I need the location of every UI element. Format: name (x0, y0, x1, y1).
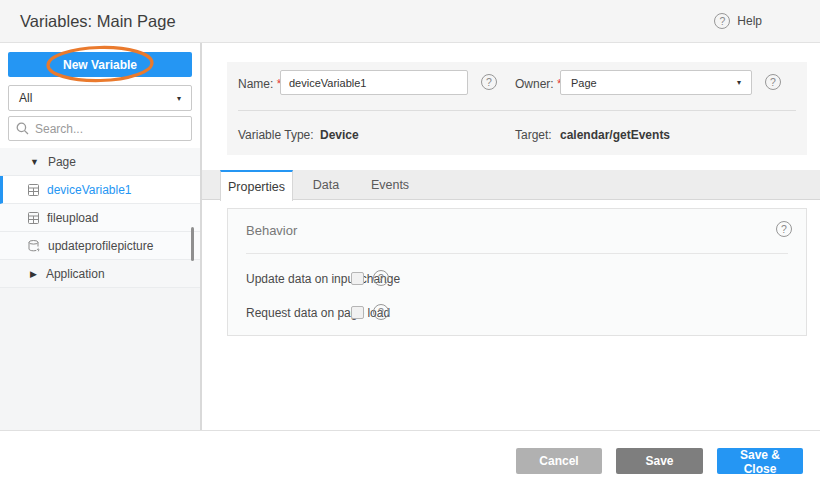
help-icon[interactable]: ? (714, 13, 730, 29)
tree-group-label: Application (46, 267, 105, 281)
tree-item-updateprofilepicture[interactable]: updateprofilepicture (0, 232, 200, 260)
target-label: Target: (515, 128, 552, 142)
tab-properties[interactable]: Properties (220, 170, 293, 201)
chevron-down-icon: ▾ (737, 78, 741, 87)
service-variable-icon (28, 240, 40, 252)
variable-filter-select[interactable]: All ▾ (8, 85, 192, 111)
update-data-checkbox[interactable] (351, 272, 364, 285)
variables-sidebar: New Variable All ▾ ▼ Page (0, 43, 202, 430)
cancel-button[interactable]: Cancel (516, 448, 602, 474)
variable-detail-panel: Name: * ? Owner: * Page ▾ ? Variable Typ… (202, 43, 820, 430)
behavior-help-icon[interactable]: ? (776, 221, 792, 237)
owner-selected-value: Page (571, 77, 597, 89)
dialog-footer: Cancel Save Save & Close (0, 430, 820, 486)
behavior-title: Behavior (246, 223, 297, 238)
sidebar-empty-area (0, 288, 200, 430)
owner-help-icon[interactable]: ? (765, 74, 781, 90)
variables-tree: ▼ Page deviceVariable1 (0, 148, 200, 288)
detail-tabs: Properties Data Events (202, 170, 820, 200)
caret-right-icon[interactable]: ▶ (30, 269, 37, 279)
search-input[interactable] (8, 116, 192, 141)
behavior-divider (246, 253, 788, 254)
save-and-close-button[interactable]: Save & Close (717, 448, 803, 474)
chevron-down-icon: ▾ (177, 94, 181, 103)
tree-group-page[interactable]: ▼ Page (0, 148, 200, 176)
request-data-help-icon[interactable]: ? (373, 304, 389, 320)
sidebar-scrollbar-thumb[interactable] (191, 227, 194, 261)
tree-item-label: deviceVariable1 (47, 183, 132, 197)
name-label: Name: * (238, 77, 281, 91)
tab-events[interactable]: Events (357, 170, 423, 200)
page-title: Variables: Main Page (20, 12, 176, 31)
variable-type-value: Device (320, 128, 359, 142)
behavior-row-request-data: Request data on page load ? (228, 303, 808, 323)
search-box (8, 116, 192, 141)
tree-item-label: fileupload (47, 211, 98, 225)
owner-select[interactable]: Page ▾ (560, 70, 752, 95)
filter-selected-value: All (19, 91, 32, 105)
device-variable-icon (28, 184, 39, 196)
device-variable-icon (28, 212, 39, 224)
variables-dialog: Variables: Main Page ? Help New Variable… (0, 0, 820, 486)
behavior-section: Behavior ? Update data on input change ?… (227, 208, 807, 336)
behavior-row-update-data: Update data on input change ? (228, 269, 808, 289)
help-label: Help (737, 14, 762, 28)
tree-item-label: updateprofilepicture (48, 239, 153, 253)
help-link[interactable]: ? Help (714, 13, 762, 29)
target-value: calendar/getEvents (560, 128, 670, 142)
variable-type-label: Variable Type: (238, 128, 314, 142)
request-data-label: Request data on page load (246, 306, 390, 320)
request-data-checkbox[interactable] (351, 306, 364, 319)
tree-item-devicevariable1[interactable]: deviceVariable1 (0, 176, 200, 204)
search-icon (16, 122, 29, 135)
name-help-icon[interactable]: ? (481, 74, 497, 90)
save-button[interactable]: Save (616, 448, 703, 474)
caret-down-icon[interactable]: ▼ (30, 157, 39, 167)
form-divider (238, 110, 796, 111)
tree-group-label: Page (48, 155, 76, 169)
tab-data[interactable]: Data (297, 170, 355, 200)
name-input[interactable] (280, 70, 468, 95)
tree-group-application[interactable]: ▶ Application (0, 260, 200, 288)
owner-label: Owner: * (515, 77, 562, 91)
dialog-header: Variables: Main Page ? Help (0, 0, 820, 43)
variable-summary-panel: Name: * ? Owner: * Page ▾ ? Variable Typ… (227, 62, 807, 155)
new-variable-button[interactable]: New Variable (8, 52, 192, 77)
tree-item-fileupload[interactable]: fileupload (0, 204, 200, 232)
update-data-help-icon[interactable]: ? (373, 270, 389, 286)
